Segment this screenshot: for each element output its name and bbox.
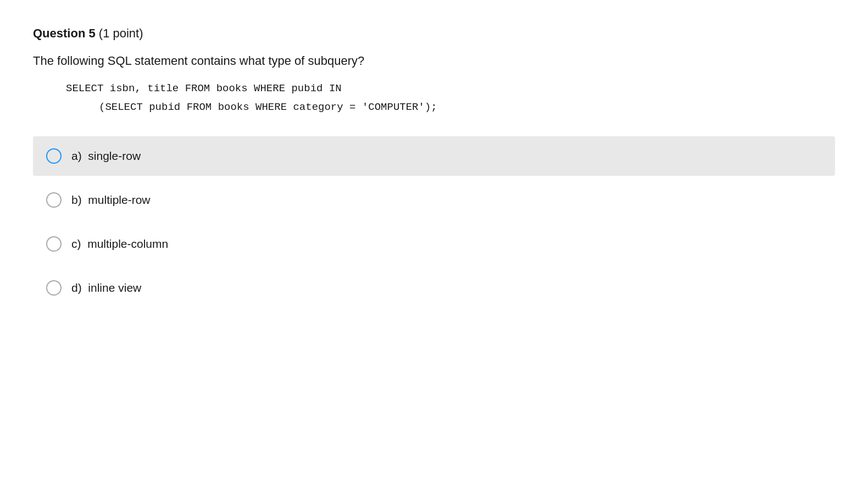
option-b-label: b) multiple-row: [71, 193, 151, 207]
question-header: Question 5 (1 point): [33, 26, 835, 41]
code-line-1: SELECT isbn, title FROM books WHERE pubi…: [66, 79, 835, 98]
option-d-label: d) inline view: [71, 281, 141, 294]
option-d[interactable]: d) inline view: [33, 268, 835, 308]
option-b[interactable]: b) multiple-row: [33, 180, 835, 220]
radio-b[interactable]: [46, 192, 62, 208]
radio-c[interactable]: [46, 236, 62, 252]
radio-d[interactable]: [46, 280, 62, 296]
option-c-label: c) multiple-column: [71, 237, 168, 251]
radio-a[interactable]: [46, 148, 62, 164]
code-line-2: (SELECT pubid FROM books WHERE category …: [66, 98, 835, 116]
option-a-label: a) single-row: [71, 149, 141, 163]
question-number: Question 5: [33, 26, 96, 40]
question-points-text: (1 point): [99, 26, 143, 40]
option-c[interactable]: c) multiple-column: [33, 224, 835, 264]
question-container: Question 5 (1 point) The following SQL s…: [33, 26, 835, 308]
question-text: The following SQL statement contains wha…: [33, 54, 835, 68]
option-a[interactable]: a) single-row: [33, 136, 835, 176]
code-block: SELECT isbn, title FROM books WHERE pubi…: [33, 79, 835, 116]
options-container: a) single-row b) multiple-row c) multipl…: [33, 136, 835, 308]
